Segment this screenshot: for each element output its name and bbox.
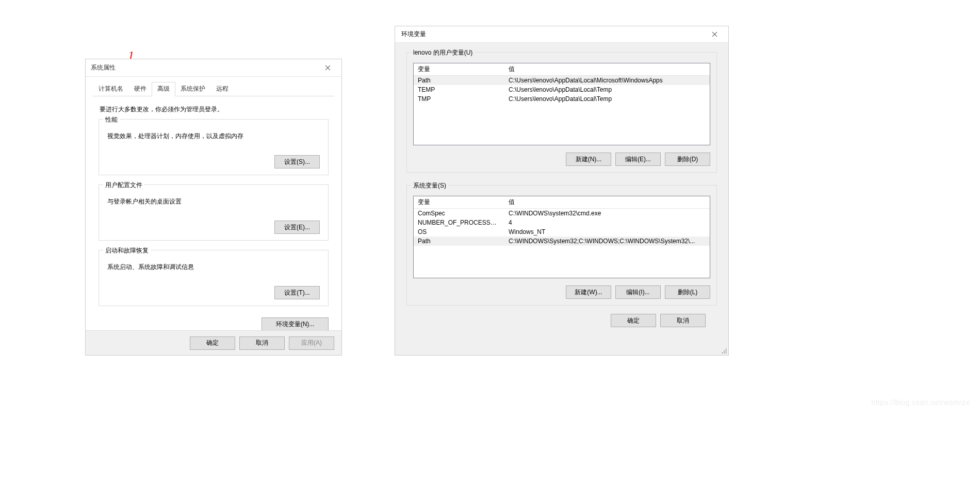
resize-grip-icon[interactable] — [720, 347, 727, 354]
section-legend: 系统变量(S) — [411, 181, 448, 190]
delete-sys-var-button[interactable]: 删除(L) — [665, 285, 710, 299]
cancel-button[interactable]: 取消 — [239, 336, 285, 350]
ok-button[interactable]: 确定 — [611, 314, 656, 327]
section-legend: lenovo 的用户变量(U) — [411, 48, 475, 57]
svg-point-5 — [726, 350, 727, 351]
titlebar: 系统属性 — [86, 59, 341, 77]
system-variables-list[interactable]: 变量 值 ComSpec C:\WINDOWS\system32\cmd.exe… — [413, 196, 710, 278]
tab-system-protection[interactable]: 系统保护 — [175, 82, 211, 96]
dialog-title: 系统属性 — [91, 63, 116, 72]
dialog-body: 要进行大多数更改，你必须作为管理员登录。 性能 视觉效果，处理器计划，内存使用，… — [86, 96, 341, 321]
list-item[interactable]: TMP C:\Users\lenovo\AppData\Local\Temp — [414, 94, 710, 104]
list-item[interactable]: TEMP C:\Users\lenovo\AppData\Local\Temp — [414, 85, 710, 94]
dialog-title: 环境变量 — [401, 30, 426, 39]
group-user-profile: 用户配置文件 与登录帐户相关的桌面设置 设置(E)... — [99, 184, 329, 241]
group-desc: 系统启动、系统故障和调试信息 — [107, 263, 320, 272]
list-item[interactable]: NUMBER_OF_PROCESSORS 4 — [414, 218, 710, 227]
var-name: TMP — [414, 94, 504, 104]
var-value: C:\Users\lenovo\AppData\Local\Microsoft\… — [504, 76, 710, 85]
col-value[interactable]: 值 — [504, 196, 710, 208]
tab-strip: 计算机名 硬件 高级 系统保护 远程 — [86, 77, 341, 96]
var-value: C:\Users\lenovo\AppData\Local\Temp — [504, 94, 710, 104]
tab-advanced[interactable]: 高级 — [152, 82, 175, 96]
list-header: 变量 值 — [414, 63, 710, 76]
group-legend: 用户配置文件 — [103, 181, 144, 190]
var-value: 4 — [504, 218, 710, 227]
close-icon — [712, 31, 717, 37]
edit-user-var-button[interactable]: 编辑(E)... — [615, 153, 661, 166]
settings-startup-button[interactable]: 设置(T)... — [274, 286, 320, 299]
system-variables-section: 系统变量(S) 变量 值 ComSpec C:\WINDOWS\system32… — [406, 185, 717, 306]
group-desc: 视觉效果，处理器计划，内存使用，以及虚拟内存 — [107, 132, 320, 141]
var-name: Path — [414, 76, 504, 85]
list-item[interactable]: OS Windows_NT — [414, 227, 710, 237]
svg-point-3 — [724, 352, 725, 353]
titlebar: 环境变量 — [395, 26, 728, 43]
tab-hardware[interactable]: 硬件 — [128, 82, 152, 96]
svg-point-6 — [724, 350, 725, 351]
col-variable[interactable]: 变量 — [414, 196, 504, 208]
var-value: C:\Users\lenovo\AppData\Local\Temp — [504, 85, 710, 94]
list-item[interactable]: Path C:\Users\lenovo\AppData\Local\Micro… — [414, 76, 710, 85]
group-startup-recovery: 启动和故障恢复 系统启动、系统故障和调试信息 设置(T)... — [99, 250, 329, 306]
user-variables-section: lenovo 的用户变量(U) 变量 值 Path C:\Users\lenov… — [406, 52, 717, 173]
dialog-footer: 确定 取消 — [406, 314, 717, 327]
edit-sys-var-button[interactable]: 编辑(I)... — [615, 285, 661, 299]
close-button[interactable] — [317, 61, 338, 75]
var-name: NUMBER_OF_PROCESSORS — [414, 218, 504, 227]
dialog-footer: 确定 取消 应用(A) — [86, 330, 341, 355]
var-value: Windows_NT — [504, 227, 710, 237]
list-header: 变量 值 — [414, 196, 710, 209]
var-value: C:\WINDOWS\System32;C:\WINDOWS;C:\WINDOW… — [504, 237, 710, 246]
list-item[interactable]: ComSpec C:\WINDOWS\system32\cmd.exe — [414, 209, 710, 218]
group-legend: 性能 — [103, 115, 120, 124]
col-variable[interactable]: 变量 — [414, 63, 504, 75]
environment-variables-dialog: 环境变量 lenovo 的用户变量(U) 变量 值 Path C:\Users\… — [395, 26, 729, 356]
group-performance: 性能 视觉效果，处理器计划，内存使用，以及虚拟内存 设置(S)... — [99, 119, 329, 175]
list-item[interactable]: Path C:\WINDOWS\System32;C:\WINDOWS;C:\W… — [414, 237, 710, 246]
new-sys-var-button[interactable]: 新建(W)... — [566, 285, 611, 299]
ok-button[interactable]: 确定 — [190, 336, 235, 350]
close-button[interactable] — [704, 28, 725, 41]
var-name: OS — [414, 227, 504, 237]
environment-variables-button[interactable]: 环境变量(N)... — [262, 317, 329, 331]
tab-computer-name[interactable]: 计算机名 — [93, 82, 129, 96]
user-variables-list[interactable]: 变量 值 Path C:\Users\lenovo\AppData\Local\… — [413, 63, 710, 145]
group-desc: 与登录帐户相关的桌面设置 — [107, 197, 320, 206]
var-value: C:\WINDOWS\system32\cmd.exe — [504, 209, 710, 218]
settings-profile-button[interactable]: 设置(E)... — [274, 221, 320, 234]
var-name: TEMP — [414, 85, 504, 94]
new-user-var-button[interactable]: 新建(N)... — [566, 153, 611, 166]
system-properties-dialog: 系统属性 计算机名 硬件 高级 系统保护 远程 要进行大多数更改，你必须作为管理… — [85, 59, 342, 356]
delete-user-var-button[interactable]: 删除(D) — [665, 153, 710, 166]
var-name: Path — [414, 237, 504, 246]
svg-point-2 — [726, 352, 727, 353]
settings-performance-button[interactable]: 设置(S)... — [274, 155, 320, 168]
var-name: ComSpec — [414, 209, 504, 218]
svg-point-7 — [726, 349, 727, 350]
close-icon — [325, 65, 331, 71]
watermark: https://blog.csdn.net/wsmrzx — [871, 398, 970, 407]
apply-button[interactable]: 应用(A) — [289, 336, 334, 350]
col-value[interactable]: 值 — [504, 63, 710, 75]
admin-note: 要进行大多数更改，你必须作为管理员登录。 — [100, 105, 329, 114]
cancel-button[interactable]: 取消 — [660, 314, 706, 327]
tab-remote[interactable]: 远程 — [210, 82, 234, 96]
group-legend: 启动和故障恢复 — [103, 246, 151, 255]
svg-point-4 — [722, 352, 723, 353]
